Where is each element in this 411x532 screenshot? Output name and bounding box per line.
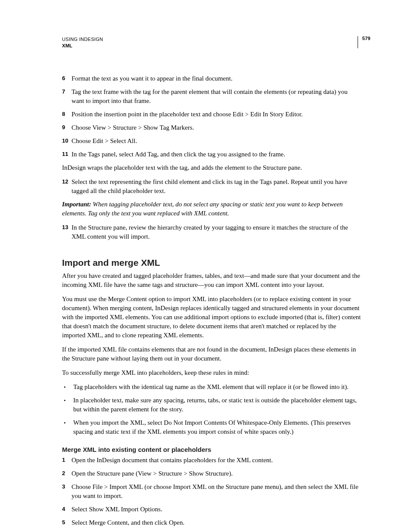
step-item: 12Select the text representing the first… bbox=[62, 177, 361, 196]
body-paragraph: InDesign wraps the placeholder text with… bbox=[62, 163, 361, 172]
section-heading: Import and merge XML bbox=[62, 258, 361, 268]
note-text: When tagging placeholder text, do not se… bbox=[62, 201, 343, 217]
bullet-list: •Tag placeholders with the identical tag… bbox=[62, 383, 361, 436]
header-title: USING INDESIGN bbox=[62, 36, 361, 43]
step-list-a: 6Format the text as you want it to appea… bbox=[62, 74, 361, 159]
step-item: 13In the Structure pane, review the hier… bbox=[62, 223, 361, 241]
step-item: 6Format the text as you want it to appea… bbox=[62, 74, 361, 83]
list-item: •In placeholder text, make sure any spac… bbox=[62, 396, 361, 414]
important-note: Important: When tagging placeholder text… bbox=[62, 200, 361, 218]
step-item: 8Position the insertion point in the pla… bbox=[62, 110, 361, 119]
note-label: Important: bbox=[62, 201, 91, 208]
body-paragraph: After you have created and tagged placeh… bbox=[62, 271, 361, 289]
body-paragraph: If the imported XML file contains elemen… bbox=[62, 345, 361, 363]
step-item: 11In the Tags panel, select Add Tag, and… bbox=[62, 150, 361, 159]
list-item: •When you import the XML, select Do Not … bbox=[62, 418, 361, 436]
step-item: 4Select Show XML Import Options. bbox=[62, 505, 361, 514]
page: USING INDESIGN XML 579 6Format the text … bbox=[0, 0, 411, 532]
body-paragraph: You must use the Merge Content option to… bbox=[62, 295, 361, 340]
list-item: •Tag placeholders with the identical tag… bbox=[62, 383, 361, 392]
bullet-icon: • bbox=[62, 418, 73, 436]
step-item: 7Tag the text frame with the tag for the… bbox=[62, 87, 361, 106]
header-section: XML bbox=[62, 43, 361, 49]
step-item: 5Select Merge Content, and then click Op… bbox=[62, 518, 361, 527]
page-number: 579 bbox=[358, 36, 371, 48]
step-item: 10Choose Edit > Select All. bbox=[62, 137, 361, 146]
step-item: 3Choose File > Import XML (or choose Imp… bbox=[62, 482, 361, 501]
bullet-icon: • bbox=[62, 396, 73, 414]
step-item: 2Open the Structure pane (View > Structu… bbox=[62, 469, 361, 478]
step-item: 9Choose View > Structure > Show Tag Mark… bbox=[62, 123, 361, 132]
body-paragraph: To successfully merge XML into placehold… bbox=[62, 368, 361, 377]
bullet-icon: • bbox=[62, 383, 73, 392]
step-list-d: 1Open the InDesign document that contain… bbox=[62, 456, 361, 532]
running-header: USING INDESIGN XML 579 bbox=[62, 36, 361, 49]
step-item: 1Open the InDesign document that contain… bbox=[62, 456, 361, 465]
subsection-heading: Merge XML into existing content or place… bbox=[62, 446, 361, 453]
step-list-c: 13In the Structure pane, review the hier… bbox=[62, 223, 361, 241]
step-list-b: 12Select the text representing the first… bbox=[62, 177, 361, 196]
